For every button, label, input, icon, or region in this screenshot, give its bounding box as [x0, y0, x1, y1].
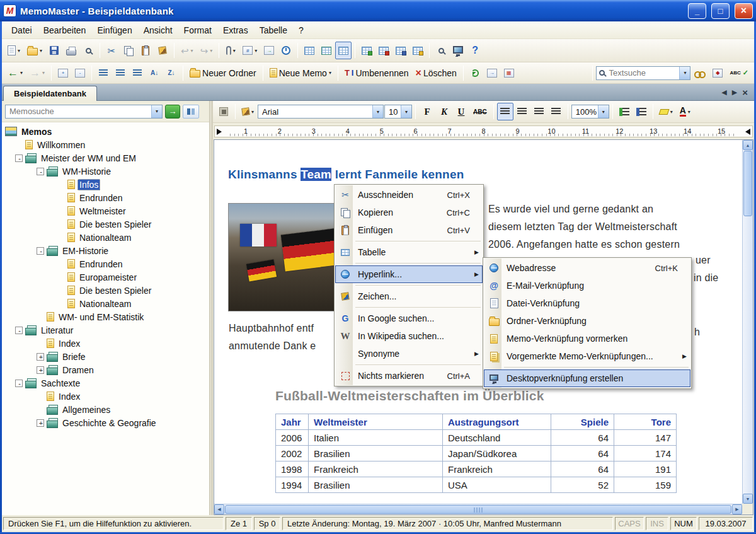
tree-item-em-historie[interactable]: EM-Historie — [2, 244, 209, 257]
screen-layout-button[interactable] — [450, 42, 466, 59]
collapse-expander[interactable] — [15, 154, 23, 162]
collapse-expander[interactable] — [37, 247, 44, 255]
scroll-down-button[interactable]: ▼ — [743, 494, 753, 504]
format-painter-button[interactable] — [154, 42, 171, 59]
reorder-button[interactable] — [129, 64, 146, 82]
sort-descending-button[interactable]: Z↓ — [163, 64, 180, 82]
tree-item-europameister[interactable]: Europameister — [2, 270, 209, 284]
menu-hilfe[interactable]: ? — [293, 22, 309, 38]
attachment-button[interactable]: ▾ — [222, 42, 239, 59]
tree-item-sachtexte[interactable]: Sachtexte — [2, 376, 209, 390]
new-memo-window-button[interactable]: ▾ — [4, 42, 23, 59]
menu-tabelle[interactable]: Tabelle — [254, 22, 293, 38]
tree-item-allgemeines[interactable]: Allgemeines — [2, 403, 209, 416]
scroll-right-button[interactable]: ▶ — [732, 504, 742, 514]
undo-button[interactable]: ↩▾ — [178, 42, 197, 59]
memosearch-combo[interactable]: Memosuche ▾ — [5, 105, 163, 119]
history-button[interactable] — [278, 42, 294, 59]
context-menu-item-wikipedia-suchen[interactable]: W In Wikipedia suchen... — [335, 327, 483, 345]
tree-item-literatur[interactable]: Literatur — [2, 323, 209, 337]
tree-item-die-besten-spieler-em[interactable]: Die besten Spieler — [2, 284, 209, 297]
bullet-list-button[interactable] — [633, 103, 650, 120]
show-gridlines-toggle[interactable] — [335, 42, 352, 59]
tree-item-wm-und-em-statistik[interactable]: WM- und EM-Statistik — [2, 310, 209, 323]
expand-branch-button[interactable]: + — [55, 64, 71, 82]
tree-item-memos[interactable]: Memos — [2, 125, 209, 138]
font-family-combo[interactable]: Arial ▾ — [258, 105, 384, 119]
context-menu-item-zeichen[interactable]: Zeichen... — [335, 287, 483, 305]
print-button[interactable] — [63, 42, 79, 59]
submenu-item-email-verknuepfung[interactable]: @ E-Mail-Verknüpfung — [484, 277, 690, 294]
insert-column-button[interactable] — [358, 42, 375, 59]
send-memo-button[interactable]: → — [261, 42, 277, 59]
minimize-button[interactable]: _ — [688, 3, 706, 19]
zoom-document-button[interactable] — [433, 42, 449, 59]
quickview-button[interactable]: ◆ — [709, 64, 726, 82]
context-menu-item-google-suchen[interactable]: G In Google suchen... — [335, 310, 483, 327]
redo-button[interactable]: ↪▾ — [197, 42, 216, 59]
rename-button[interactable]: TIUmbenennen — [341, 64, 412, 82]
tab-beispieldatenbank[interactable]: Beispieldatenbank — [3, 86, 97, 101]
forward-button[interactable]: →▾ — [26, 64, 48, 82]
tree-item-nationalteam-wm[interactable]: Nationalteam — [2, 231, 209, 244]
bold-button[interactable]: F — [419, 103, 435, 120]
tree-item-index-literatur[interactable]: Index — [2, 337, 209, 350]
tree-item-geschichte-geografie[interactable]: Geschichte & Geografie — [2, 416, 209, 429]
menu-format[interactable]: Format — [178, 22, 217, 38]
numbered-list-button[interactable] — [616, 103, 633, 120]
tab-close-button[interactable]: × — [742, 88, 748, 97]
menu-ansicht[interactable]: Ansicht — [138, 22, 178, 38]
close-button[interactable]: × — [735, 3, 753, 19]
copy-button[interactable] — [120, 42, 137, 59]
delete-column-button[interactable] — [375, 42, 392, 59]
strikethrough-button[interactable]: ABC — [470, 103, 490, 120]
tree-item-infos[interactable]: Infos — [2, 178, 209, 191]
collapse-branch-button[interactable]: - — [72, 64, 88, 82]
expand-expander[interactable] — [37, 366, 44, 374]
align-justify-button[interactable] — [548, 103, 564, 120]
menu-datei[interactable]: Datei — [6, 22, 38, 38]
menu-einfuegen[interactable]: Einfügen — [91, 22, 137, 38]
delete-button[interactable]: ×Löschen — [413, 64, 460, 82]
font-size-dropdown-button[interactable]: ▾ — [401, 105, 411, 118]
horizontal-scrollbar[interactable]: ◀ ▶ — [214, 504, 742, 514]
tab-scroll-left-button[interactable]: ◀ — [721, 88, 726, 96]
style-button[interactable] — [215, 103, 232, 120]
new-folder-button[interactable]: Neuer Ordner — [186, 64, 260, 82]
export-button[interactable]: → — [484, 64, 500, 82]
collapse-expander[interactable] — [15, 327, 23, 334]
new-memo-button[interactable]: Neue Memo▾ — [266, 64, 335, 82]
vertical-scrollbar[interactable]: ▲ ▼ — [742, 140, 753, 504]
textsearch-dropdown-button[interactable]: ▾ — [679, 67, 690, 79]
zoom-dropdown-button[interactable]: ▾ — [598, 105, 609, 118]
tree-item-meister-der-wm-und-em[interactable]: Meister der WM und EM — [2, 151, 209, 165]
submenu-item-vorgemerkte-memo-verknuepfungen[interactable]: Vorgemerkte Memo-Verknüpfungen... ▶ — [484, 347, 690, 365]
tree-item-endrunden-wm[interactable]: Endrunden — [2, 191, 209, 204]
submenu-item-desktopverknuepfung-erstellen[interactable]: Desktopverknüpfung erstellen — [484, 369, 690, 387]
scroll-left-button[interactable]: ◀ — [214, 504, 224, 514]
insert-field-button[interactable]: #▾ — [239, 42, 260, 59]
tree-view-options-button[interactable] — [183, 105, 199, 119]
search-go-button[interactable]: → — [165, 105, 180, 119]
submenu-item-datei-verknuepfung[interactable]: Datei-Verknüpfung — [484, 294, 690, 312]
refresh-button[interactable] — [467, 64, 483, 82]
spellcheck-button[interactable]: ABC✓ — [726, 64, 752, 82]
move-up-button[interactable] — [95, 64, 112, 82]
align-right-button[interactable] — [531, 103, 547, 120]
submenu-item-webadresse[interactable]: Webadresse Ctrl+K — [484, 259, 690, 277]
scroll-up-button[interactable]: ▲ — [743, 140, 753, 150]
highlight-button[interactable]: ▾ — [656, 103, 676, 120]
align-center-button[interactable] — [514, 103, 530, 120]
overview-button[interactable] — [691, 64, 709, 82]
tree-item-wm-historie[interactable]: WM-Historie — [2, 165, 209, 178]
textsearch-combo[interactable]: Textsuche ▾ — [596, 66, 690, 80]
context-menu-item-synonyme[interactable]: Synonyme ▶ — [335, 345, 483, 363]
paste-button[interactable] — [137, 42, 154, 59]
font-family-dropdown-button[interactable]: ▾ — [372, 105, 383, 118]
menu-extras[interactable]: Extras — [217, 22, 254, 38]
context-menu-item-hyperlink[interactable]: Hyperlink... ▶ — [335, 265, 483, 283]
expand-expander[interactable] — [37, 419, 44, 427]
table-properties-button[interactable] — [318, 42, 335, 59]
ruler[interactable]: 1 2 3 4 5 6 7 8 9 10 11 12 13 14 15 — [214, 125, 753, 137]
open-button[interactable]: ▾ — [24, 42, 45, 59]
